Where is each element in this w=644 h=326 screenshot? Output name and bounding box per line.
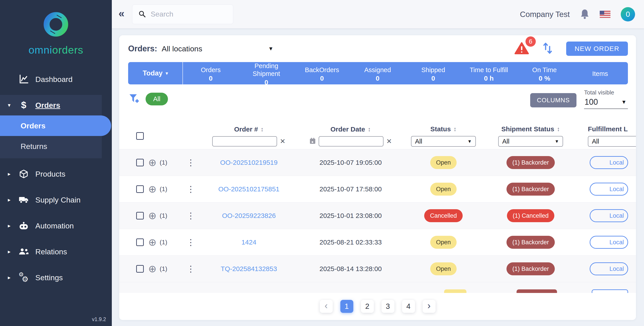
status-filter-select[interactable]: All ▼ (411, 136, 476, 147)
fulfillment-filter-select[interactable]: All (588, 136, 636, 147)
order-link[interactable]: OO-202510219519 (200, 159, 298, 166)
dollar-icon: $ (18, 100, 30, 111)
sort-transfer-icon[interactable] (542, 42, 553, 55)
col-label: Fulfillment L (588, 125, 628, 133)
sidebar-item-dashboard[interactable]: Dashboard (0, 69, 112, 90)
chevron-right-icon: ▸ (6, 249, 12, 255)
search-input[interactable] (151, 10, 227, 18)
order-number-filter-input[interactable] (212, 136, 277, 147)
location-value: All locations (162, 44, 202, 53)
add-filter-icon[interactable] (128, 93, 139, 105)
sidebar-item-products[interactable]: ▸ Products (0, 164, 112, 184)
location-select[interactable]: All locations ▼ (162, 44, 274, 53)
columns-button[interactable]: COLUMNS (530, 93, 576, 107)
sidebar-item-orders-parent[interactable]: ▾ $ Orders (0, 95, 102, 115)
sidebar-item-automation[interactable]: ▸ Automation (0, 215, 112, 236)
expand-row-icon[interactable]: ⊕ (148, 211, 156, 221)
previous-page-button[interactable]: ‹ (320, 300, 333, 313)
sidebar-item-label: Products (35, 170, 65, 178)
sidebar-collapse-icon[interactable]: « (118, 8, 124, 20)
total-visible-label: Total visible (584, 89, 628, 96)
shipment-status-filter-select[interactable]: All ▼ (498, 136, 563, 147)
bell-icon[interactable] (580, 8, 590, 20)
period-selector[interactable]: Today ▾ (128, 62, 183, 84)
expand-row-icon[interactable]: ⊕ (148, 158, 156, 167)
line-count: (1) (160, 239, 167, 246)
stat-value: 0 (264, 79, 268, 84)
order-link[interactable]: OO-2025102175851 (200, 185, 298, 193)
order-date: 2025-10-07 19:05:00 (298, 159, 403, 166)
order-link[interactable]: OO-20259223826 (200, 212, 298, 219)
col-label: Order Date (330, 126, 365, 133)
clear-icon[interactable]: ✕ (386, 138, 392, 145)
expand-row-icon[interactable]: ⊕ (148, 264, 156, 274)
page-button-2[interactable]: 2 (361, 300, 374, 313)
stat-items: Items (572, 62, 628, 84)
stat-label: Items (592, 70, 608, 78)
search-box[interactable] (132, 4, 233, 24)
table-row: ⊕ (1) ⋮ 1424 2025-08-21 02:33:33 Open (1… (119, 229, 636, 256)
order-link[interactable]: TQ-202584132853 (200, 265, 298, 273)
row-menu-icon[interactable]: ⋮ (182, 264, 200, 274)
page-button-3[interactable]: 3 (382, 300, 394, 313)
logo-text-secondary: orders (52, 44, 83, 56)
shipment-status-badge: (1) Backorder (506, 156, 555, 169)
total-visible-select[interactable]: 100 ▼ (584, 96, 628, 109)
order-date: 2025-10-01 23:08:00 (298, 212, 403, 219)
fulfillment-location-badge[interactable]: Local (590, 262, 628, 275)
page-button-4[interactable]: 4 (402, 300, 415, 313)
sidebar-item-supply-chain[interactable]: ▸ Supply Chain (0, 189, 112, 210)
shipment-status-badge: (1) Cancelled (507, 209, 554, 222)
chevron-right-icon: ▸ (6, 223, 12, 229)
sidebar-subitem-label: Orders (20, 122, 46, 130)
row-menu-icon[interactable]: ⋮ (182, 237, 200, 247)
row-checkbox[interactable] (136, 212, 144, 219)
expand-row-icon[interactable]: ⊕ (148, 184, 156, 194)
sort-icon[interactable]: ↕ (368, 126, 371, 133)
col-status: Status↕ All ▼ (403, 125, 484, 147)
sidebar-subitem-orders[interactable]: Orders (0, 115, 111, 136)
expand-row-icon[interactable]: ⊕ (148, 237, 156, 247)
line-count: (1) (160, 212, 167, 219)
order-link[interactable]: 1424 (200, 238, 298, 246)
next-page-button[interactable]: › (422, 300, 436, 313)
language-flag-us[interactable] (600, 11, 610, 18)
select-all-checkbox[interactable] (136, 132, 144, 140)
row-checkbox[interactable] (136, 238, 144, 246)
stat-orders: Orders 0 (183, 62, 238, 84)
stat-label: Shipped (421, 66, 445, 74)
clear-icon[interactable]: ✕ (280, 138, 285, 145)
sort-icon[interactable]: ↕ (261, 126, 264, 133)
stat-label: On Time (532, 66, 557, 74)
table-row: ⊕ (1) ⋮ TQ-202584132853 2025-08-14 13:28… (119, 256, 636, 282)
fulfillment-location-badge[interactable]: Local (590, 236, 628, 249)
row-menu-icon[interactable]: ⋮ (182, 158, 200, 167)
filter-chip-all[interactable]: All (146, 93, 168, 105)
sidebar-item-relations[interactable]: ▸ Relations (0, 241, 112, 262)
alerts-button[interactable]: 6 (514, 42, 529, 56)
row-checkbox[interactable] (136, 265, 144, 273)
fulfillment-location-badge[interactable]: Local (590, 183, 628, 196)
sidebar-subitem-returns[interactable]: Returns (0, 136, 102, 157)
row-menu-icon[interactable]: ⋮ (182, 184, 200, 194)
row-menu-icon[interactable]: ⋮ (182, 211, 200, 221)
chevron-right-icon: ▸ (6, 274, 12, 281)
sort-icon[interactable]: ↕ (454, 126, 456, 133)
chevron-right-icon: ▸ (6, 171, 12, 177)
page-button-1[interactable]: 1 (340, 300, 353, 313)
chevron-down-icon: ▾ (6, 102, 12, 108)
calendar-icon[interactable] (309, 137, 316, 145)
order-date-filter-input[interactable] (319, 136, 384, 147)
new-order-button[interactable]: NEW ORDER (566, 41, 628, 56)
sidebar-item-settings[interactable]: ▸ ⚙⚙ Settings (0, 267, 112, 288)
header-actions: 6 NEW ORDER (514, 41, 628, 56)
orders-table: Order #↕ ✕ Order Date↕ (119, 123, 636, 293)
stats-bar: Today ▾ Orders 0 Pending Shipment 0 Back… (128, 62, 628, 84)
row-checkbox[interactable] (136, 159, 144, 166)
fulfillment-location-badge[interactable]: Local (590, 156, 628, 169)
sort-icon[interactable]: ↕ (557, 126, 560, 133)
fulfillment-location-badge[interactable]: Local (590, 209, 628, 222)
table-row-clipped (119, 282, 636, 293)
avatar[interactable]: 0 (621, 7, 635, 21)
row-checkbox[interactable] (136, 185, 144, 193)
